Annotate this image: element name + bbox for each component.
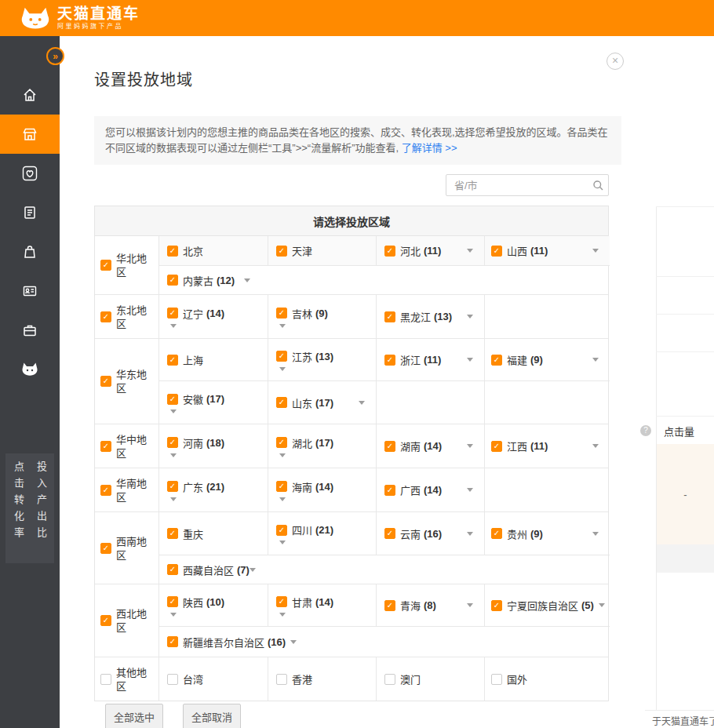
- dropdown-caret-icon[interactable]: [592, 444, 599, 448]
- metric-click-conversion-rate[interactable]: 点击转化率: [11, 461, 26, 563]
- checkbox-checked[interactable]: ✓: [167, 636, 178, 647]
- checkbox-unchecked[interactable]: [167, 674, 178, 685]
- dropdown-caret-icon[interactable]: [279, 497, 286, 501]
- checkbox-checked[interactable]: ✓: [276, 481, 287, 492]
- sidebar-item-campaign[interactable]: [0, 115, 60, 154]
- checkbox-unchecked[interactable]: [384, 674, 395, 685]
- dropdown-caret-icon[interactable]: [279, 541, 286, 544]
- province-cell[interactable]: ✓宁夏回族自治区(5): [484, 584, 610, 626]
- checkbox-checked[interactable]: ✓: [384, 311, 395, 322]
- checkbox-checked[interactable]: ✓: [384, 600, 395, 611]
- checkbox-checked[interactable]: ✓: [276, 308, 287, 318]
- checkbox-unchecked[interactable]: [491, 674, 502, 685]
- cancel-all-button[interactable]: 全部取消: [183, 704, 241, 728]
- checkbox-checked[interactable]: ✓: [167, 564, 178, 575]
- sidebar-item-reports[interactable]: [0, 193, 60, 232]
- checkbox-checked[interactable]: ✓: [276, 525, 287, 536]
- province-cell[interactable]: ✓广西(14): [376, 468, 484, 511]
- dropdown-caret-icon[interactable]: [170, 497, 177, 501]
- checkbox-checked[interactable]: ✓: [384, 528, 395, 539]
- dropdown-caret-icon[interactable]: [359, 401, 365, 405]
- region-cell[interactable]: ✓西南地区: [95, 512, 159, 584]
- province-cell[interactable]: ✓重庆: [159, 512, 268, 555]
- checkbox-checked[interactable]: ✓: [384, 485, 395, 496]
- checkbox-checked[interactable]: ✓: [100, 615, 111, 626]
- checkbox-checked[interactable]: ✓: [167, 596, 178, 607]
- checkbox-checked[interactable]: ✓: [167, 308, 178, 318]
- province-cell[interactable]: ✓江苏(13): [268, 339, 376, 380]
- province-cell[interactable]: ✓天津: [268, 236, 376, 265]
- dropdown-caret-icon[interactable]: [467, 358, 473, 362]
- checkbox-checked[interactable]: ✓: [100, 260, 111, 271]
- province-cell[interactable]: ✓山西(11): [484, 236, 610, 265]
- search-icon[interactable]: [592, 180, 604, 191]
- sidebar-item-tmall[interactable]: [0, 350, 60, 389]
- region-cell[interactable]: ✓西北地区: [95, 584, 159, 657]
- checkbox-checked[interactable]: ✓: [167, 275, 178, 286]
- checkbox-checked[interactable]: ✓: [384, 441, 395, 452]
- region-cell[interactable]: ✓东北地区: [95, 295, 159, 338]
- region-cell[interactable]: ✓华南地区: [95, 468, 159, 511]
- search-input[interactable]: [446, 180, 592, 191]
- province-cell[interactable]: ✓山东(17): [268, 381, 376, 424]
- checkbox-unchecked[interactable]: [100, 674, 111, 685]
- province-cell[interactable]: ✓北京: [159, 236, 268, 265]
- province-cell[interactable]: ✓浙江(11): [376, 339, 484, 380]
- dropdown-caret-icon[interactable]: [592, 532, 599, 536]
- checkbox-checked[interactable]: ✓: [100, 311, 111, 322]
- checkbox-checked[interactable]: ✓: [276, 596, 287, 607]
- dropdown-caret-icon[interactable]: [170, 410, 177, 413]
- select-all-button[interactable]: 全部选中: [105, 704, 163, 728]
- checkbox-checked[interactable]: ✓: [276, 437, 287, 448]
- province-cell[interactable]: ✓海南(14): [268, 468, 376, 511]
- province-cell[interactable]: 国外: [484, 657, 610, 701]
- sidebar-item-account[interactable]: [0, 271, 60, 311]
- province-cell[interactable]: ✓河北(11): [376, 236, 484, 265]
- dropdown-caret-icon[interactable]: [290, 640, 297, 644]
- sidebar-item-home[interactable]: [0, 75, 60, 115]
- province-cell[interactable]: ✓内蒙古(12): [159, 266, 261, 294]
- province-cell[interactable]: ✓云南(16): [376, 512, 484, 555]
- province-cell[interactable]: ✓吉林(9): [268, 295, 376, 338]
- checkbox-checked[interactable]: ✓: [100, 485, 111, 496]
- checkbox-checked[interactable]: ✓: [276, 397, 287, 408]
- region-cell[interactable]: 其他地区: [95, 657, 159, 701]
- province-cell[interactable]: ✓陕西(10): [159, 584, 268, 626]
- dropdown-caret-icon[interactable]: [279, 367, 286, 371]
- metric-roi[interactable]: 投入产出比: [34, 461, 49, 563]
- dropdown-caret-icon[interactable]: [592, 358, 599, 362]
- dropdown-caret-icon[interactable]: [279, 613, 286, 617]
- checkbox-checked[interactable]: ✓: [100, 441, 111, 452]
- region-cell[interactable]: ✓华中地区: [95, 424, 159, 468]
- sidebar-collapse-toggle[interactable]: »: [46, 47, 64, 65]
- province-cell[interactable]: 澳门: [376, 657, 484, 701]
- sidebar-item-favorites[interactable]: [0, 154, 60, 193]
- province-cell[interactable]: ✓四川(21): [268, 512, 376, 555]
- close-icon[interactable]: ×: [607, 53, 624, 70]
- sidebar-item-store[interactable]: [0, 232, 60, 271]
- region-cell[interactable]: ✓华北地区: [95, 236, 159, 294]
- dropdown-caret-icon[interactable]: [170, 613, 177, 617]
- checkbox-checked[interactable]: ✓: [167, 481, 178, 492]
- checkbox-checked[interactable]: ✓: [276, 351, 287, 362]
- checkbox-checked[interactable]: ✓: [167, 528, 178, 539]
- province-cell[interactable]: 香港: [268, 657, 376, 701]
- checkbox-checked[interactable]: ✓: [491, 528, 502, 539]
- province-cell[interactable]: ✓福建(9): [484, 339, 610, 380]
- dropdown-caret-icon[interactable]: [467, 315, 473, 318]
- checkbox-checked[interactable]: ✓: [100, 543, 111, 554]
- province-cell[interactable]: ✓甘肃(14): [268, 584, 376, 626]
- checkbox-checked[interactable]: ✓: [167, 246, 178, 257]
- dropdown-caret-icon[interactable]: [467, 249, 473, 253]
- province-cell[interactable]: ✓西藏自治区(7): [159, 555, 261, 584]
- province-cell[interactable]: ✓湖北(17): [268, 424, 376, 468]
- sidebar-item-tools[interactable]: [0, 311, 60, 350]
- province-cell[interactable]: ✓贵州(9): [484, 512, 610, 555]
- region-cell[interactable]: ✓华东地区: [95, 339, 159, 424]
- dropdown-caret-icon[interactable]: [592, 249, 599, 253]
- province-cell[interactable]: ✓辽宁(14): [159, 295, 268, 338]
- checkbox-checked[interactable]: ✓: [491, 600, 502, 611]
- checkbox-checked[interactable]: ✓: [491, 246, 502, 257]
- dropdown-caret-icon[interactable]: [467, 603, 473, 607]
- province-cell[interactable]: ✓江西(11): [484, 424, 610, 468]
